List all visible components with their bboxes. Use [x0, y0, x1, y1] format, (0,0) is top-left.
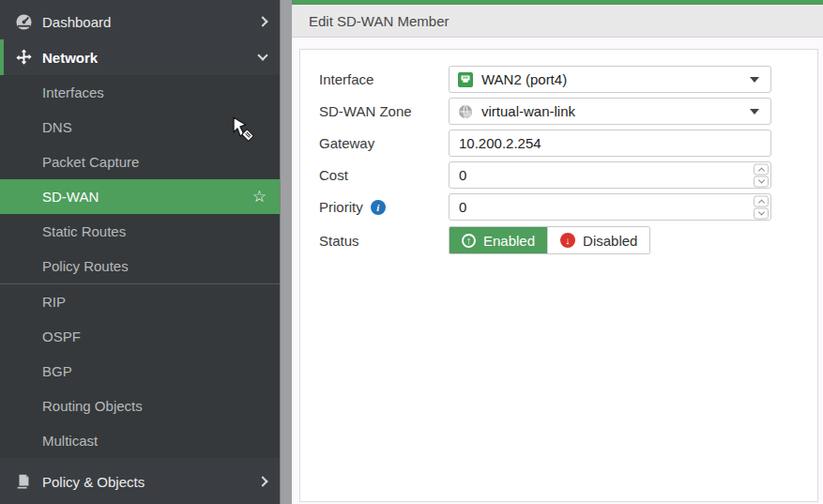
gauge-icon: [13, 13, 34, 31]
status-disabled-button[interactable]: ↓ Disabled: [547, 227, 649, 253]
chevron-right-icon: [257, 476, 267, 486]
spinner-up-button[interactable]: [754, 195, 769, 206]
sidebar-item-rip[interactable]: RIP: [0, 284, 280, 319]
network-submenu: Interfaces DNS Packet Capture SD-WAN ☆ S…: [0, 75, 280, 458]
arrow-up-circle-icon: ↑: [462, 234, 476, 248]
interface-value: WAN2 (port4): [481, 71, 741, 87]
dropdown-caret-icon: [750, 109, 759, 115]
cost-label: Cost: [319, 167, 449, 183]
dropdown-caret-icon: [750, 77, 759, 83]
sidebar-item-label: Policy & Objects: [42, 474, 259, 490]
document-stamp-icon: [13, 473, 34, 490]
interface-select[interactable]: WAN2 (port4): [449, 66, 771, 93]
arrow-down-circle-icon: ↓: [560, 233, 575, 248]
zone-value: virtual-wan-link: [481, 103, 741, 119]
move-arrows-icon: [13, 49, 34, 67]
sidebar-item-routing-objects[interactable]: Routing Objects: [0, 389, 280, 423]
panel-header: Edit SD-WAN Member: [292, 5, 823, 38]
zone-globe-icon: [458, 104, 473, 119]
sidebar-item-policy-objects[interactable]: Policy & Objects: [0, 464, 280, 499]
info-icon[interactable]: i: [371, 200, 386, 215]
status-enabled-button[interactable]: ↑ Enabled: [450, 227, 547, 253]
status-label: Status: [319, 233, 449, 249]
sidebar-item-sdwan[interactable]: SD-WAN ☆: [0, 179, 280, 214]
sidebar-item-packet-capture[interactable]: Packet Capture: [0, 145, 280, 179]
sidebar-splitter[interactable]: [280, 0, 292, 504]
edit-sdwan-member-form: Interface WAN2 (port4) SD-WAN Zone: [299, 49, 818, 502]
interface-port-icon: [458, 72, 473, 87]
gateway-row: Gateway: [319, 130, 817, 157]
sidebar: Dashboard Network Interfaces DNS Packet …: [0, 0, 280, 504]
cost-row: Cost: [319, 161, 817, 189]
gateway-input[interactable]: [449, 130, 771, 157]
sidebar-item-label: Dashboard: [42, 14, 259, 30]
spinner-down-button[interactable]: [754, 207, 769, 219]
status-toggle-group: ↑ Enabled ↓ Disabled: [449, 226, 650, 254]
status-row: Status ↑ Enabled ↓ Disabled: [319, 226, 817, 254]
chevron-down-icon: [257, 50, 267, 60]
sidebar-item-policy-routes[interactable]: Policy Routes: [0, 249, 280, 283]
priority-input[interactable]: [449, 193, 771, 221]
app-window: Dashboard Network Interfaces DNS Packet …: [0, 0, 823, 504]
main-panel: Edit SD-WAN Member Interface WAN2 (port4…: [292, 0, 823, 504]
zone-select[interactable]: virtual-wan-link: [449, 98, 771, 125]
priority-spinner: [754, 195, 769, 219]
priority-label: Priority i: [319, 199, 449, 215]
priority-row: Priority i: [319, 193, 817, 221]
zone-label: SD-WAN Zone: [319, 103, 449, 119]
favorite-star-icon[interactable]: ☆: [252, 189, 267, 205]
sidebar-item-dns[interactable]: DNS: [0, 110, 280, 145]
chevron-right-icon: [257, 16, 267, 26]
interface-row: Interface WAN2 (port4): [319, 66, 817, 93]
sidebar-item-static-routes[interactable]: Static Routes: [0, 214, 280, 249]
cost-spinner: [754, 163, 769, 187]
sidebar-item-label: Network: [42, 50, 259, 66]
sidebar-item-network[interactable]: Network: [0, 39, 280, 75]
zone-row: SD-WAN Zone virtual-wan-link: [319, 98, 817, 125]
sidebar-item-interfaces[interactable]: Interfaces: [0, 75, 280, 110]
sidebar-item-multicast[interactable]: Multicast: [0, 423, 280, 458]
spinner-up-button[interactable]: [754, 163, 769, 175]
sidebar-item-bgp[interactable]: BGP: [0, 354, 280, 389]
cost-input[interactable]: [449, 161, 771, 189]
spinner-down-button[interactable]: [754, 176, 769, 187]
sidebar-item-dashboard[interactable]: Dashboard: [0, 4, 280, 39]
gateway-label: Gateway: [319, 135, 449, 151]
sidebar-item-ospf[interactable]: OSPF: [0, 319, 280, 354]
page-title: Edit SD-WAN Member: [309, 13, 449, 29]
interface-label: Interface: [319, 71, 449, 87]
